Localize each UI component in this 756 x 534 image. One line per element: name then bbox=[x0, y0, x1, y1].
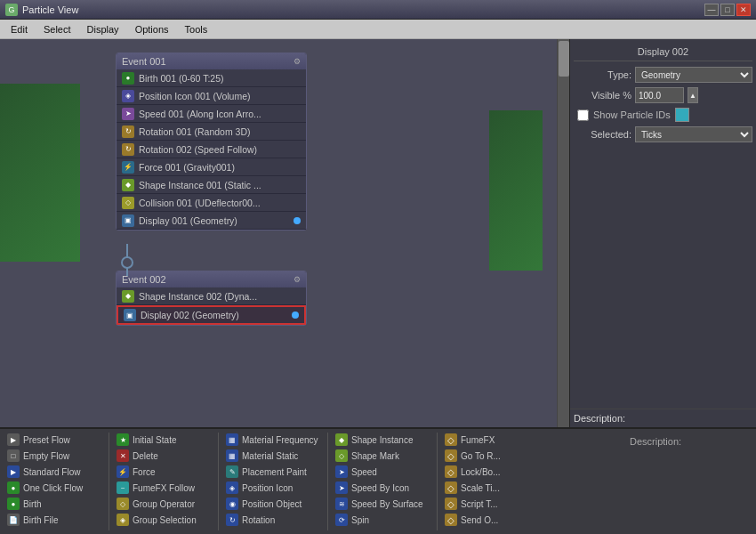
placement-paint-icon: ✎ bbox=[226, 465, 238, 478]
collision-icon: ◇ bbox=[122, 197, 134, 209]
scale-ti-label: Scale Ti... bbox=[461, 483, 500, 493]
canvas-area[interactable]: Event 001 ⚙ ● Birth 001 (0-60 T:25) ◈ Po… bbox=[0, 39, 569, 427]
canvas-scrollbar[interactable] bbox=[557, 39, 569, 427]
event-row-rotation2[interactable]: ↻ Rotation 002 (Speed Follow) bbox=[117, 141, 306, 158]
menu-select[interactable]: Select bbox=[36, 22, 78, 36]
speed-by-icon-label: Speed By Icon bbox=[351, 483, 409, 493]
toolbar-material-frequency[interactable]: ▦ Material Frequency bbox=[224, 433, 322, 447]
toolbar-rotation[interactable]: ↻ Rotation bbox=[224, 513, 322, 527]
toolbar-shape-mark[interactable]: ◇ Shape Mark bbox=[334, 449, 431, 463]
toolbar-birth[interactable]: ● Birth bbox=[5, 497, 103, 511]
divider-4 bbox=[437, 433, 438, 530]
close-button[interactable]: ✕ bbox=[736, 4, 751, 16]
toolbar-delete[interactable]: ✕ Delete bbox=[115, 449, 213, 463]
material-static-label: Material Static bbox=[242, 451, 298, 461]
toolbar-fumefx-follow[interactable]: ~ FumeFX Follow bbox=[115, 481, 213, 495]
toolbar-group-selection[interactable]: ◈ Group Selection bbox=[115, 513, 213, 527]
show-particle-ids-checkbox[interactable] bbox=[577, 109, 589, 121]
toolbar-position-icon[interactable]: ◈ Position Icon bbox=[224, 481, 322, 495]
event-002-node[interactable]: Event 002 ⚙ ◆ Shape Instance 002 (Dyna..… bbox=[116, 271, 307, 326]
toolbar-standard-flow[interactable]: ▶ Standard Flow bbox=[5, 465, 103, 479]
window-title: Particle View bbox=[22, 4, 78, 15]
shape-mark-icon: ◇ bbox=[335, 449, 348, 462]
event-row-rotation1[interactable]: ↻ Rotation 001 (Random 3D) bbox=[117, 123, 306, 141]
event-row-speed[interactable]: ➤ Speed 001 (Along Icon Arro... bbox=[117, 105, 306, 123]
birth-file-label: Birth File bbox=[23, 515, 58, 525]
birth-label: Birth 001 (0-60 T:25) bbox=[139, 73, 224, 84]
toolbar-shape-instance[interactable]: ◆ Shape Instance bbox=[334, 433, 431, 447]
material-frequency-icon: ▦ bbox=[226, 433, 238, 446]
rotation1-label: Rotation 001 (Random 3D) bbox=[139, 126, 250, 137]
event-001-gear-icon[interactable]: ⚙ bbox=[294, 57, 301, 66]
event-row-birth[interactable]: ● Birth 001 (0-60 T:25) bbox=[117, 69, 306, 87]
selected-select[interactable]: Ticks Lines Dots bbox=[635, 126, 752, 142]
minimize-button[interactable]: — bbox=[704, 4, 719, 16]
toolbar-birth-file[interactable]: 📄 Birth File bbox=[5, 513, 103, 527]
toolbar-placement-paint[interactable]: ✎ Placement Paint bbox=[224, 465, 322, 479]
title-controls[interactable]: — □ ✕ bbox=[704, 4, 751, 16]
toolbar-lock-bo[interactable]: ◇ Lock/Bo... bbox=[443, 465, 541, 479]
force-tb-icon: ⚡ bbox=[117, 465, 129, 478]
fumefx-icon: ◇ bbox=[445, 433, 457, 446]
toolbar-fumefx[interactable]: ◇ FumeFX bbox=[443, 433, 541, 447]
delete-label: Delete bbox=[133, 451, 158, 461]
group-selection-label: Group Selection bbox=[133, 515, 197, 525]
visible-spinner-up[interactable]: ▲ bbox=[688, 87, 698, 103]
divider-1 bbox=[109, 433, 109, 530]
event-row-collision[interactable]: ◇ Collision 001 (UDeflector00... bbox=[117, 194, 306, 212]
event-row-display2[interactable]: ▣ Display 002 (Geometry) bbox=[117, 305, 306, 325]
toolbar-script-t[interactable]: ◇ Script T... bbox=[443, 497, 541, 511]
rotation-tb-label: Rotation bbox=[242, 515, 275, 525]
event-row-force[interactable]: ⚡ Force 001 (Gravity001) bbox=[117, 158, 306, 176]
position-icon-label: Position Icon 001 (Volume) bbox=[139, 91, 251, 101]
material-static-icon: ▦ bbox=[226, 449, 238, 462]
toolbar-speed-by-icon[interactable]: ➤ Speed By Icon bbox=[334, 481, 431, 495]
menu-edit[interactable]: Edit bbox=[4, 22, 35, 36]
menu-tools[interactable]: Tools bbox=[178, 22, 215, 36]
toolbar-material-static[interactable]: ▦ Material Static bbox=[224, 449, 322, 463]
title-bar-left: G Particle View bbox=[5, 4, 78, 16]
spin-label: Spin bbox=[351, 515, 369, 525]
menu-display[interactable]: Display bbox=[80, 22, 126, 36]
toolbar-one-click-flow[interactable]: ● One Click Flow bbox=[5, 481, 103, 495]
spin-icon: ⟳ bbox=[335, 514, 348, 526]
particle-id-color-swatch[interactable] bbox=[675, 108, 689, 122]
toolbar-position-object[interactable]: ◉ Position Object bbox=[224, 497, 322, 511]
selected-label: Selected: bbox=[574, 129, 631, 140]
speed-by-surface-icon: ≋ bbox=[335, 498, 348, 510]
toolbar-group-operator[interactable]: ◇ Group Operator bbox=[115, 497, 213, 511]
shape2-icon: ◆ bbox=[122, 290, 134, 303]
toolbar-send-o[interactable]: ◇ Send O... bbox=[443, 513, 541, 527]
scroll-thumb[interactable] bbox=[559, 41, 569, 77]
event-row-display1[interactable]: ▣ Display 001 (Geometry) bbox=[117, 212, 306, 230]
toolbar-scale-ti[interactable]: ◇ Scale Ti... bbox=[443, 481, 541, 495]
event-row-position-icon[interactable]: ◈ Position Icon 001 (Volume) bbox=[117, 87, 306, 105]
event-001-node[interactable]: Event 001 ⚙ ● Birth 001 (0-60 T:25) ◈ Po… bbox=[116, 53, 307, 231]
event-row-shape1[interactable]: ◆ Shape Instance 001 (Static ... bbox=[117, 176, 306, 194]
toolbar-empty-flow[interactable]: □ Empty Flow bbox=[5, 449, 103, 463]
visible-input[interactable] bbox=[635, 87, 684, 103]
force-icon: ⚡ bbox=[122, 161, 134, 174]
divider-3 bbox=[327, 433, 328, 530]
delete-icon: ✕ bbox=[117, 449, 129, 462]
position-icon-tb-icon: ◈ bbox=[226, 481, 238, 494]
speed-by-icon-icon: ➤ bbox=[335, 481, 348, 494]
menu-options[interactable]: Options bbox=[128, 22, 176, 36]
description-area-label: Description: bbox=[630, 436, 681, 447]
collision-label: Collision 001 (UDeflector00... bbox=[139, 198, 261, 208]
event-002-gear-icon[interactable]: ⚙ bbox=[294, 275, 301, 284]
type-select[interactable]: Geometry Box Sphere bbox=[635, 67, 752, 83]
position-object-label: Position Object bbox=[242, 499, 302, 509]
toolbar-preset-flow[interactable]: ▶ Preset Flow bbox=[5, 433, 103, 447]
toolbar-initial-state[interactable]: ★ Initial State bbox=[115, 433, 213, 447]
toolbar-goto-r[interactable]: ◇ Go To R... bbox=[443, 449, 541, 463]
toolbar-speed[interactable]: ➤ Speed bbox=[334, 465, 431, 479]
birth-tb-label: Birth bbox=[23, 499, 42, 509]
empty-flow-icon: □ bbox=[7, 449, 20, 462]
toolbar-force[interactable]: ⚡ Force bbox=[115, 465, 213, 479]
toolbar-spin[interactable]: ⟳ Spin bbox=[334, 513, 431, 527]
shape-mark-label: Shape Mark bbox=[351, 451, 399, 461]
maximize-button[interactable]: □ bbox=[720, 4, 735, 16]
event-row-shape2[interactable]: ◆ Shape Instance 002 (Dyna... bbox=[117, 287, 306, 305]
toolbar-speed-by-surface[interactable]: ≋ Speed By Surface bbox=[334, 497, 431, 511]
